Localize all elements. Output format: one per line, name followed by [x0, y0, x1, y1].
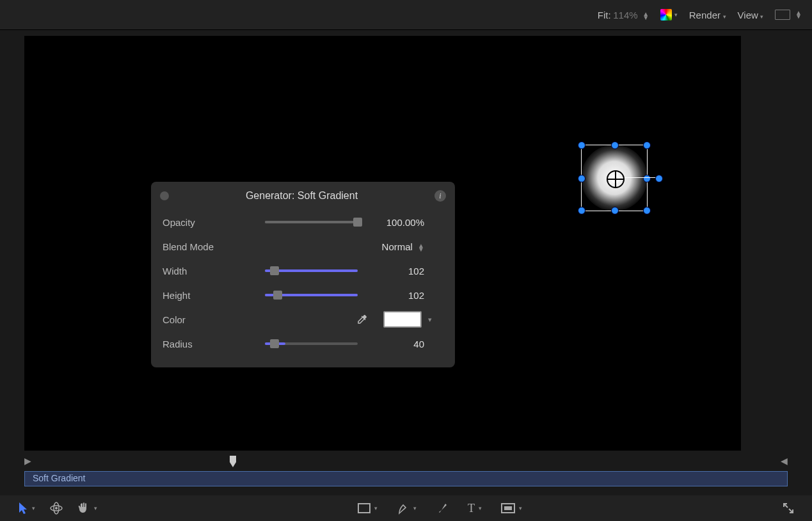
resize-handle[interactable] — [611, 141, 619, 149]
view-menu[interactable]: View ▾ — [738, 10, 764, 20]
hud-header[interactable]: Generator: Soft Gradient i — [151, 182, 455, 210]
anchor-point-icon[interactable] — [607, 170, 625, 188]
resize-handle[interactable] — [611, 207, 619, 214]
color-row: Color ▾ — [151, 307, 455, 332]
fit-label: Fit: — [598, 10, 611, 20]
empty-swatch-icon — [775, 10, 790, 20]
background-swatch-button[interactable]: ▲▼ — [775, 10, 802, 20]
width-value[interactable]: 102 — [367, 266, 443, 277]
fit-value: 114% — [613, 10, 637, 20]
width-label: Width — [163, 266, 265, 277]
chevron-down-icon: ▾ — [374, 505, 378, 511]
select-tool[interactable]: ▾ — [18, 502, 35, 514]
pen-tool[interactable]: ▾ — [397, 502, 417, 515]
canvas-viewer[interactable]: Generator: Soft Gradient i Opacity 100.0… — [24, 36, 741, 451]
height-label: Height — [163, 290, 265, 301]
radius-row: Radius 40 — [151, 332, 455, 356]
bottom-toolbar: ▾ ▾ ▾ ▾ T ▾ ▾ — [0, 495, 812, 521]
width-row: Width 102 — [151, 259, 455, 283]
blend-mode-row: Blend Mode Normal ▲▼ — [151, 234, 455, 259]
chevron-down-icon: ▾ — [519, 505, 522, 511]
blend-mode-label: Blend Mode — [163, 241, 265, 252]
3d-transform-tool[interactable] — [49, 501, 63, 515]
rainbow-swatch-icon — [660, 9, 672, 20]
opacity-label: Opacity — [163, 217, 265, 228]
color-well[interactable] — [383, 311, 422, 328]
chevron-down-icon: ▾ — [479, 505, 482, 511]
height-value[interactable]: 102 — [367, 290, 443, 301]
clip-name: Soft Gradient — [33, 473, 86, 483]
resize-handle[interactable] — [643, 207, 651, 214]
hud-title: Generator: Soft Gradient — [169, 190, 434, 202]
hand-icon — [77, 502, 90, 515]
view-label: View — [738, 10, 758, 20]
hud-close-dot[interactable] — [160, 191, 169, 200]
selected-object[interactable] — [581, 145, 648, 211]
color-label: Color — [163, 314, 265, 325]
stepper-arrows-icon: ▲▼ — [418, 244, 424, 252]
color-channels-button[interactable]: ▾ — [660, 9, 678, 20]
fit-control[interactable]: Fit: 114% ▲▼ — [598, 10, 649, 20]
render-menu[interactable]: Render ▾ — [689, 10, 726, 20]
stepper-arrows-icon: ▲▼ — [795, 11, 802, 19]
chevron-down-icon: ▾ — [32, 505, 35, 511]
rotation-handle[interactable] — [655, 175, 663, 182]
eyedropper-icon[interactable] — [356, 314, 368, 325]
top-toolbar: Fit: 114% ▲▼ ▾ Render ▾ View ▾ ▲▼ — [0, 0, 812, 30]
text-tool[interactable]: T ▾ — [468, 502, 482, 515]
radius-slider[interactable] — [265, 342, 358, 345]
slider-thumb[interactable] — [353, 218, 362, 227]
height-row: Height 102 — [151, 283, 455, 307]
mask-rectangle-icon — [501, 503, 515, 513]
svg-rect-5 — [504, 506, 512, 510]
svg-point-2 — [55, 507, 58, 509]
radius-label: Radius — [163, 339, 265, 349]
fullscreen-button[interactable] — [783, 502, 794, 514]
blend-mode-select[interactable]: Normal — [382, 241, 413, 252]
text-icon: T — [468, 502, 475, 515]
playhead[interactable] — [229, 456, 237, 469]
chevron-down-icon[interactable]: ▾ — [428, 316, 432, 324]
width-slider[interactable] — [265, 269, 358, 272]
pen-icon — [397, 502, 410, 515]
brush-icon — [436, 502, 449, 515]
chevron-down-icon: ▾ — [723, 13, 726, 20]
hud-panel[interactable]: Generator: Soft Gradient i Opacity 100.0… — [151, 182, 455, 367]
clip-bar[interactable]: Soft Gradient — [24, 471, 788, 486]
resize-handle[interactable] — [578, 141, 585, 149]
shape-tool[interactable]: ▾ — [358, 503, 378, 513]
pan-tool[interactable]: ▾ — [77, 502, 97, 515]
info-icon[interactable]: i — [434, 190, 446, 202]
out-point-icon[interactable]: ◀ — [781, 456, 788, 466]
orbit-icon — [49, 501, 63, 515]
resize-handle[interactable] — [643, 141, 651, 149]
svg-rect-3 — [358, 504, 370, 513]
slider-thumb[interactable] — [273, 291, 282, 300]
chevron-down-icon: ▾ — [413, 505, 417, 511]
radius-value[interactable]: 40 — [367, 339, 443, 349]
mini-timeline: ▶ ◀ Soft Gradient — [24, 456, 788, 492]
opacity-row: Opacity 100.00% — [151, 210, 455, 234]
expand-arrows-icon — [783, 502, 794, 514]
rectangle-icon — [358, 503, 370, 513]
chevron-down-icon: ▾ — [760, 13, 763, 20]
opacity-slider[interactable] — [265, 221, 358, 223]
resize-handle[interactable] — [643, 175, 651, 182]
timeline-ruler[interactable]: ▶ ◀ — [24, 456, 788, 469]
height-slider[interactable] — [265, 294, 358, 296]
in-point-icon[interactable]: ▶ — [24, 456, 31, 466]
mask-tool[interactable]: ▾ — [501, 503, 522, 513]
render-label: Render — [689, 10, 720, 20]
arrow-cursor-icon — [18, 502, 28, 514]
resize-handle[interactable] — [578, 207, 585, 214]
chevron-down-icon: ▾ — [674, 12, 678, 18]
stepper-arrows-icon: ▲▼ — [642, 12, 649, 20]
resize-handle[interactable] — [578, 175, 585, 182]
opacity-value[interactable]: 100.00% — [367, 217, 443, 228]
chevron-down-icon: ▾ — [94, 505, 97, 511]
slider-thumb[interactable] — [270, 266, 279, 275]
slider-thumb[interactable] — [270, 339, 279, 348]
paint-stroke-tool[interactable] — [436, 502, 449, 515]
